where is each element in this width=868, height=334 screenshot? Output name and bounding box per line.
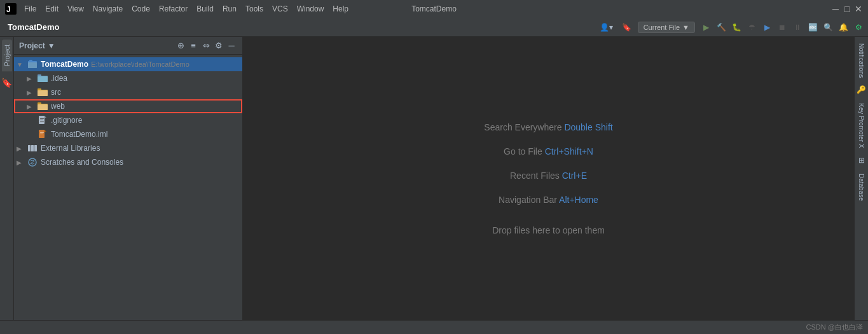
svg-rect-7	[38, 74, 41, 76]
menu-file[interactable]: File	[20, 3, 40, 15]
svg-rect-6	[38, 76, 48, 82]
editor-hints: Search Everywhere Double Shift Go to Fil…	[484, 122, 612, 235]
maximize-button[interactable]: □	[843, 4, 851, 13]
credit-text: CSDN @白也白泽	[806, 323, 863, 332]
hint-search-everywhere: Search Everywhere Double Shift	[484, 122, 612, 132]
svg-rect-9	[38, 90, 48, 96]
menu-code[interactable]: Code	[128, 3, 154, 15]
svg-rect-12	[38, 104, 48, 110]
menu-view[interactable]: View	[64, 3, 88, 15]
svg-rect-16	[40, 118, 44, 119]
bookmark-tab-icon[interactable]: 🔖	[0, 75, 15, 90]
svg-rect-21	[40, 132, 44, 133]
current-file-dropdown[interactable]: Current File ▼	[638, 22, 695, 33]
editor-area: Search Everywhere Double Shift Go to Fil…	[243, 37, 854, 320]
close-button[interactable]: ✕	[854, 4, 863, 13]
menu-edit[interactable]: Edit	[41, 3, 62, 15]
panel-close-icon[interactable]: ─	[226, 40, 237, 52]
key-promoter-tab[interactable]: Key Promoter X	[856, 99, 867, 152]
gitignore-label: .gitignore	[51, 116, 82, 125]
debug-button[interactable]: 🐛	[729, 20, 743, 34]
web-folder-icon	[37, 101, 48, 111]
svg-rect-18	[40, 121, 44, 122]
build-button[interactable]: 🔨	[714, 20, 728, 34]
tree-item-scratches[interactable]: ▶ Scratches and Consoles	[14, 155, 242, 169]
svg-rect-24	[31, 145, 34, 151]
toolbar-right: 👤▾ 🔖 Current File ▼ ▶ 🔨 🐛 ☂ ▶ ⏹ ⏸ 🔤 🔍 🔔 …	[597, 20, 865, 34]
svg-rect-22	[40, 134, 43, 134]
search-everywhere-icon[interactable]: 🔍	[821, 20, 835, 34]
key-promoter-icon[interactable]: 🔑	[854, 83, 868, 97]
stop-button[interactable]: ⏹	[775, 20, 789, 34]
idea-folder-icon	[37, 73, 48, 83]
collapse-all-icon[interactable]: ≡	[188, 40, 199, 52]
root-icon	[27, 59, 38, 69]
src-folder-icon	[37, 87, 48, 97]
gitignore-icon	[37, 115, 48, 125]
coverage-button[interactable]: ☂	[745, 20, 759, 34]
svg-rect-17	[40, 120, 43, 120]
extlibs-arrow: ▶	[17, 145, 27, 152]
bookmark-icon[interactable]: 🔖	[619, 22, 634, 33]
notification-icon[interactable]: 🔔	[836, 20, 850, 34]
tree-item-ext-libs[interactable]: ▶ External Libraries	[14, 141, 242, 155]
menu-refactor[interactable]: Refactor	[155, 3, 191, 15]
panel-settings-icon[interactable]: ⚙	[213, 40, 224, 52]
tree-item-web[interactable]: ▶ web	[14, 99, 242, 113]
svg-rect-10	[38, 88, 41, 90]
root-arrow: ▼	[17, 61, 27, 68]
project-tab[interactable]: Project	[2, 39, 12, 71]
iml-label: TomcatDemo.iml	[51, 130, 107, 139]
left-sidebar-tabs: Project 🔖	[0, 37, 14, 320]
window-controls: ─ □ ✕	[831, 4, 863, 13]
suspend-button[interactable]: ⏸	[790, 20, 804, 34]
translate-icon[interactable]: 🔤	[806, 20, 820, 34]
notifications-tab[interactable]: Notifications	[856, 39, 867, 81]
run-toolbar: ▶ 🔨 🐛 ☂ ▶ ⏹ ⏸ 🔤 🔍 🔔 ⚙	[699, 20, 865, 34]
menu-build[interactable]: Build	[193, 3, 217, 15]
menu-navigate[interactable]: Navigate	[89, 3, 127, 15]
panel-header-icons: ⊕ ≡ ⇔ ⚙ ─	[175, 40, 237, 52]
menu-run[interactable]: Run	[219, 3, 240, 15]
account-icon[interactable]: 👤▾	[597, 22, 616, 33]
locate-icon[interactable]: ⊕	[175, 40, 186, 52]
scratches-arrow: ▶	[17, 159, 27, 166]
menu-tools[interactable]: Tools	[242, 3, 267, 15]
minimize-button[interactable]: ─	[831, 4, 840, 13]
tree-item-iml[interactable]: TomcatDemo.iml	[14, 127, 242, 141]
idea-label: .idea	[51, 74, 67, 83]
tree-item-idea[interactable]: ▶ .idea	[14, 71, 242, 85]
bottom-bar: CSDN @白也白泽	[0, 320, 868, 334]
tree-item-gitignore[interactable]: .gitignore	[14, 113, 242, 127]
menu-help[interactable]: Help	[329, 3, 352, 15]
expand-all-icon[interactable]: ⇔	[200, 40, 212, 52]
run-button[interactable]: ▶	[699, 20, 713, 34]
svg-marker-15	[45, 116, 46, 118]
tree-item-src[interactable]: ▶ src	[14, 85, 242, 99]
current-file-label: Current File	[644, 24, 680, 31]
hint-recent-files: Recent Files Ctrl+E	[484, 170, 612, 181]
app-title: TomcatDemo	[3, 22, 64, 32]
right-sidebar-tabs: Notifications 🔑 Key Promoter X ⊞ Databas…	[854, 37, 868, 320]
ext-libs-icon	[27, 143, 38, 153]
panel-title-arrow[interactable]: ▼	[48, 41, 55, 50]
hint-nav-bar: Navigation Bar Alt+Home	[484, 195, 612, 205]
project-tree: ▼ TomcatDemo E:\workplace\idea\TomcatDem…	[14, 55, 242, 320]
ext-libs-label: External Libraries	[41, 144, 100, 153]
root-path: E:\workplace\idea\TomcatDemo	[91, 60, 189, 68]
svg-marker-20	[45, 130, 46, 132]
database-icon[interactable]: ⊞	[856, 153, 867, 167]
root-label: TomcatDemo	[41, 60, 88, 69]
tree-item-root[interactable]: ▼ TomcatDemo E:\workplace\idea\TomcatDem…	[14, 57, 242, 71]
src-label: src	[51, 88, 61, 97]
menu-window[interactable]: Window	[293, 3, 328, 15]
menu-vcs[interactable]: VCS	[268, 3, 292, 15]
profile-button[interactable]: ▶	[760, 20, 774, 34]
web-arrow: ▶	[27, 103, 37, 110]
settings-icon[interactable]: ⚙	[851, 20, 865, 34]
src-arrow: ▶	[27, 89, 37, 96]
scratch-icon	[27, 157, 38, 167]
database-tab[interactable]: Database	[856, 170, 867, 205]
panel-title: Project ▼	[19, 41, 55, 50]
app-logo: J	[5, 3, 17, 15]
